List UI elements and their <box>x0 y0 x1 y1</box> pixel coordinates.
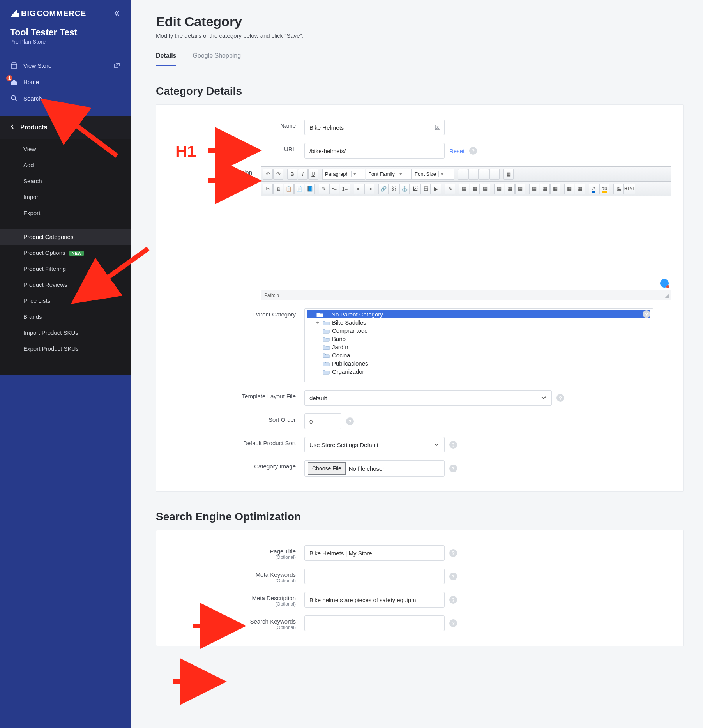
label-meta-description: Meta Description(Optional) <box>168 592 304 607</box>
help-icon[interactable]: ? <box>449 619 457 627</box>
media-button[interactable]: 🎞 <box>420 184 431 194</box>
parent-category-tree[interactable]: ? – -- No Parent Category -- +Bike Saddl… <box>304 308 653 382</box>
merge-cell-button[interactable]: ▦ <box>575 184 585 194</box>
outdent-button[interactable]: ⇤ <box>354 184 364 194</box>
annotation-arrow-categories <box>97 246 152 290</box>
tree-item[interactable]: Cocina <box>307 351 650 359</box>
name-input[interactable] <box>304 120 445 135</box>
collapse-sidebar-button[interactable] <box>112 9 121 18</box>
bg-color-button[interactable]: ab <box>599 184 609 194</box>
expand-icon: + <box>315 320 320 325</box>
underline-button[interactable]: U <box>308 169 318 180</box>
help-icon[interactable]: ? <box>449 465 457 472</box>
cell-props-button[interactable]: ▦ <box>480 184 490 194</box>
subnav-brands[interactable]: Brands <box>0 309 131 325</box>
paragraph-dropdown[interactable]: Paragraph▾ <box>322 169 365 180</box>
page-title-input[interactable] <box>304 545 445 561</box>
paste-text-button[interactable]: 📄 <box>294 184 304 194</box>
help-icon[interactable]: ? <box>449 441 457 449</box>
editor-body[interactable] <box>261 196 671 290</box>
font-size-dropdown[interactable]: Font Size▾ <box>412 169 454 180</box>
template-select[interactable]: default <box>304 390 552 406</box>
insert-row-after-button[interactable]: ▦ <box>505 184 515 194</box>
link-button[interactable]: 🔗 <box>378 184 389 194</box>
edit-button[interactable]: ✎ <box>445 184 455 194</box>
tree-item[interactable]: Publicaciones <box>307 359 650 368</box>
folder-icon <box>323 328 330 334</box>
align-right-button[interactable]: ≡ <box>479 169 489 180</box>
delete-row-button[interactable]: ▦ <box>515 184 525 194</box>
toolbar-more-button[interactable]: ▦ <box>503 169 514 180</box>
subnav-price-lists[interactable]: Price Lists <box>0 293 131 309</box>
tree-item[interactable]: +Bike Saddles <box>307 318 650 327</box>
tree-item[interactable]: Baño <box>307 335 650 343</box>
paste-word-button[interactable]: 📘 <box>305 184 315 194</box>
bold-button[interactable]: B <box>287 169 297 180</box>
help-icon[interactable]: ? <box>469 147 477 155</box>
nav-home[interactable]: Home <box>10 74 121 90</box>
tree-item[interactable]: Jardín <box>307 343 650 351</box>
subnav-export[interactable]: Export <box>0 205 131 221</box>
tab-google-shopping[interactable]: Google Shopping <box>193 52 241 66</box>
subnav-import[interactable]: Import <box>0 189 131 205</box>
nav-view-store[interactable]: View Store <box>10 57 121 74</box>
clear-format-button[interactable]: ✎ <box>319 184 329 194</box>
help-icon[interactable]: ? <box>449 596 457 604</box>
paste-button[interactable]: 📋 <box>284 184 294 194</box>
numbers-button[interactable]: 1≡ <box>340 184 350 194</box>
collapse-icon[interactable]: – <box>309 312 314 317</box>
align-center-button[interactable]: ≡ <box>468 169 479 180</box>
tree-item[interactable]: Organizador <box>307 368 650 376</box>
insert-row-before-button[interactable]: ▦ <box>494 184 504 194</box>
subnav-product-categories[interactable]: Product Categories <box>0 229 131 245</box>
help-icon[interactable]: ? <box>643 310 650 318</box>
delete-col-button[interactable]: ▦ <box>550 184 560 194</box>
youtube-button[interactable]: ▶ <box>431 184 441 194</box>
label-meta-keywords: Meta Keywords(Optional) <box>168 569 304 583</box>
italic-button[interactable]: I <box>298 169 308 180</box>
bullets-button[interactable]: •≡ <box>329 184 339 194</box>
search-keywords-input[interactable] <box>304 615 445 631</box>
anchor-button[interactable]: ⚓ <box>399 184 410 194</box>
nav-search[interactable]: Search <box>10 90 121 106</box>
help-icon[interactable]: ? <box>346 417 354 425</box>
table-button[interactable]: ▦ <box>459 184 469 194</box>
redo-button[interactable]: ↷ <box>273 169 283 180</box>
subnav-export-skus[interactable]: Export Product SKUs <box>0 341 131 357</box>
text-color-button[interactable]: A <box>589 184 599 194</box>
insert-col-before-button[interactable]: ▦ <box>529 184 539 194</box>
unlink-button[interactable]: ⛓ <box>389 184 399 194</box>
font-family-dropdown[interactable]: Font Family▾ <box>366 169 412 180</box>
choose-file-button[interactable]: Choose File <box>308 462 346 475</box>
url-reset-link[interactable]: Reset <box>449 148 465 154</box>
align-justify-button[interactable]: ≡ <box>489 169 500 180</box>
undo-button[interactable]: ↶ <box>263 169 273 180</box>
subnav-search[interactable]: Search <box>0 173 131 189</box>
copy-button[interactable]: ⧉ <box>273 184 283 194</box>
help-icon[interactable]: ? <box>556 394 564 402</box>
tree-item[interactable]: Comprar todo <box>307 327 650 335</box>
split-cell-button[interactable]: ▦ <box>564 184 574 194</box>
cut-button[interactable]: ✂ <box>263 184 273 194</box>
grammarly-icon[interactable] <box>660 279 669 288</box>
meta-description-input[interactable] <box>304 592 445 608</box>
resize-handle-icon[interactable]: ◢ <box>665 293 668 298</box>
tab-details[interactable]: Details <box>156 52 176 66</box>
sort-order-input[interactable] <box>304 413 341 429</box>
help-icon[interactable]: ? <box>449 549 457 557</box>
help-icon[interactable]: ? <box>449 573 457 580</box>
file-input-wrapper: Choose File No file chosen <box>304 460 445 477</box>
default-sort-select[interactable]: Use Store Settings Default <box>304 437 445 452</box>
align-left-button[interactable]: ≡ <box>458 169 468 180</box>
image-button[interactable]: 🖼 <box>410 184 420 194</box>
meta-keywords-input[interactable] <box>304 569 445 584</box>
subnav-import-skus[interactable]: Import Product SKUs <box>0 325 131 341</box>
chevron-down-icon <box>433 441 440 449</box>
insert-col-after-button[interactable]: ▦ <box>540 184 550 194</box>
row-props-button[interactable]: ▦ <box>470 184 480 194</box>
url-input[interactable] <box>304 143 445 159</box>
indent-button[interactable]: ⇥ <box>364 184 374 194</box>
print-button[interactable]: 🖶 <box>613 184 624 194</box>
tree-root[interactable]: – -- No Parent Category -- <box>307 310 650 318</box>
html-button[interactable]: HTML <box>624 184 635 194</box>
